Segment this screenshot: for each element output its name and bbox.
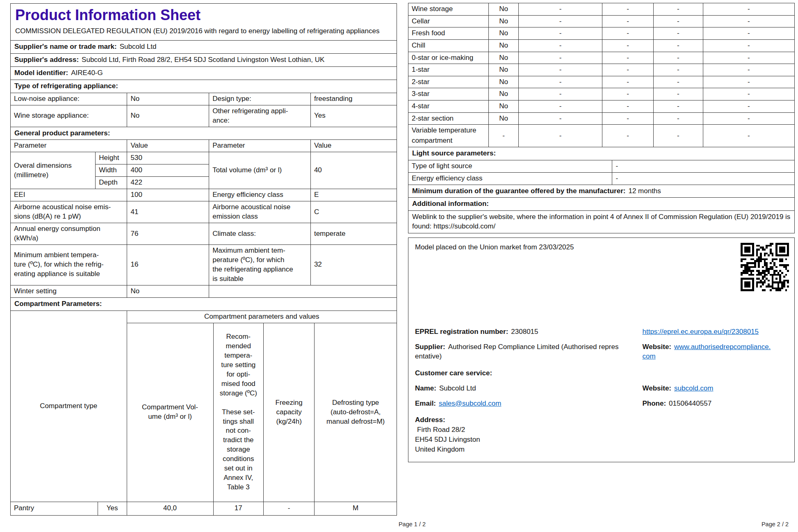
compartment-defrost-cell: - — [703, 39, 794, 52]
general-parameters-table: Parameter Value Parameter Value Overal d… — [10, 139, 397, 297]
column-header: Value — [127, 140, 209, 152]
compartment-temp-cell: - — [602, 112, 653, 125]
param-label-cell: Design type: — [209, 93, 311, 105]
table-row: Low-noise appliance: No Design type: fre… — [11, 93, 397, 105]
dimension-value-cell: 422 — [127, 177, 209, 189]
compartment-defrost-cell: - — [703, 64, 794, 76]
dimension-name-cell: Depth — [96, 177, 127, 189]
empty-cell — [209, 285, 397, 297]
compartment-volume-cell: - — [519, 76, 602, 88]
table-row: Airborne acoustical noise emis- sions (d… — [11, 201, 397, 223]
email-link[interactable]: sales@subcold.com — [439, 400, 501, 407]
compartment-freezing-cell: - — [654, 39, 703, 52]
compartment-volume-cell: - — [519, 15, 602, 27]
param-label-cell: EEI — [11, 189, 127, 201]
compartment-temp-cell: 17 — [213, 502, 263, 515]
guarantee-row: Minimum duration of the guarantee offere… — [408, 185, 795, 198]
supplier-right: Website:www.authorisedrepcompliance. com — [642, 342, 788, 361]
table-row: Minimum ambient tempera- ture (ºC), for … — [11, 244, 397, 285]
compartment-volume-cell: - — [519, 64, 602, 76]
supplier-address-value: Subcold Ltd, Firth Road 28/2, EH54 5DJ S… — [82, 56, 324, 64]
compartment-name-cell: 3-star — [408, 88, 489, 100]
phone-value: 01506440557 — [669, 400, 711, 407]
compartment-volume-cell: - — [519, 125, 602, 147]
compartment-name-cell: 1-star — [408, 64, 489, 76]
compartment-present-cell: No — [488, 39, 518, 52]
compartment-temp-cell: - — [602, 76, 653, 88]
total-volume-value-cell: 40 — [310, 152, 397, 189]
compartment-freezing-cell: - — [654, 15, 703, 27]
compartment-defrost-cell: - — [703, 27, 794, 40]
param-label-cell: Wine storage appliance: — [11, 105, 127, 127]
param-label-cell: Airborne acoustical noise emission class — [209, 201, 311, 223]
supplier-label: Supplier: — [415, 343, 445, 351]
table-row: Type of light source - — [408, 160, 795, 172]
guarantee-value: 12 months — [628, 187, 661, 195]
eprel-right: https://eprel.ec.europa.eu/qr/2308015 — [642, 327, 788, 337]
compartment-defrost-cell: - — [703, 3, 794, 16]
param-label-cell: Maximum ambient tem- perature (ºC), for … — [209, 244, 311, 285]
compartment-name-cell: Wine storage — [408, 3, 489, 16]
compartment-freezing-cell: - — [654, 100, 703, 113]
compartment-present-cell: No — [488, 112, 518, 125]
compartment-present-cell: No — [488, 27, 518, 40]
param-label-cell: Energy efficiency class — [209, 189, 311, 201]
compartment-defrost-cell: - — [703, 100, 794, 113]
span-header: Compartment parameters and values — [127, 311, 397, 323]
param-label-cell: Minimum ambient tempera- ture (ºC), for … — [11, 244, 127, 285]
compartment-freezing-cell: - — [654, 27, 703, 40]
compartment-freezing-cell: - — [654, 52, 703, 64]
care-name-value: Subcold Ltd — [439, 384, 476, 392]
compartment-row: Fresh food No - - - - — [408, 27, 795, 40]
compartment-freezing-cell: - — [654, 3, 703, 16]
compartment-row: 3-star No - - - - — [408, 88, 795, 100]
table-row: Compartment type Compartment parameters … — [11, 311, 397, 323]
param-label-cell: Energy efficiency class — [408, 172, 612, 185]
type-section-header: Type of refrigerating appliance: — [10, 80, 397, 93]
table-row: Parameter Value Parameter Value — [11, 140, 397, 152]
param-value-cell: 41 — [127, 201, 209, 223]
compartment-name-cell: Fresh food — [408, 27, 489, 40]
table-row: Energy efficiency class - — [408, 172, 795, 185]
compartment-table: Compartment type Compartment parameters … — [10, 311, 397, 516]
compartment-defrost-cell: M — [315, 502, 397, 515]
compartment-defrost-cell: - — [703, 76, 794, 88]
param-value-cell: No — [127, 105, 209, 127]
compartment-present-cell: Yes — [98, 502, 127, 515]
eprel-row: EPREL registration number:2308015 https:… — [415, 327, 788, 337]
address-block: Address: Firth Road 28/2 EH54 5DJ Living… — [415, 415, 788, 455]
supplier-name-row: Supplier's name or trade mark:Subcold Lt… — [10, 40, 397, 54]
address-line: United Kingdom — [415, 445, 788, 454]
param-label-cell: Winter setting — [11, 285, 127, 297]
page-1: Product Information Sheet COMMISSION DEL… — [10, 3, 397, 516]
guarantee-label: Minimum duration of the guarantee offere… — [412, 187, 625, 195]
compartment-freezing-cell: - — [654, 64, 703, 76]
compartment-temp-cell: - — [602, 3, 653, 16]
compartment-row: Pantry Yes 40,0 17 - M — [11, 502, 397, 515]
table-row: Annual energy consumption (kWh/a) 76 Cli… — [11, 223, 397, 245]
compartment-defrost-cell: - — [703, 112, 794, 125]
compartment-volume-cell: - — [519, 112, 602, 125]
market-placement-text: Model placed on the Union market from 23… — [415, 243, 788, 251]
param-value-cell: freestanding — [310, 93, 397, 105]
address-line: EH54 5DJ Livingston — [415, 435, 788, 445]
customer-care-header: Customer care service: — [415, 369, 788, 378]
compartment-row: 4-star No - - - - — [408, 100, 795, 113]
compartment-name-cell: 2-star section — [408, 112, 489, 125]
param-label-cell: Other refrigerating appli- ance: — [209, 105, 311, 127]
param-value-cell: 32 — [310, 244, 397, 285]
column-header: Parameter — [209, 140, 311, 152]
address-line: Firth Road 28/2 — [415, 425, 788, 435]
compartment-defrost-cell: - — [703, 52, 794, 64]
compartment-present-cell: - — [488, 125, 518, 147]
table-row: EEI 100 Energy efficiency class E — [11, 189, 397, 201]
care-name-label: Name: — [415, 384, 436, 392]
compartment-present-cell: No — [488, 15, 518, 27]
care-website-link[interactable]: subcold.com — [674, 384, 713, 392]
compartment-row: 2-star No - - - - — [408, 76, 795, 88]
weblink-row: Weblink to the supplier's website, where… — [408, 210, 795, 233]
page-2: Wine storage No - - - - Cellar No - - - — [408, 3, 795, 462]
light-source-table: Type of light source - Energy efficiency… — [408, 160, 795, 185]
compartment-row: Variable temperature compartment - - - -… — [408, 125, 795, 147]
eprel-registration-link[interactable]: https://eprel.ec.europa.eu/qr/2308015 — [642, 328, 759, 336]
